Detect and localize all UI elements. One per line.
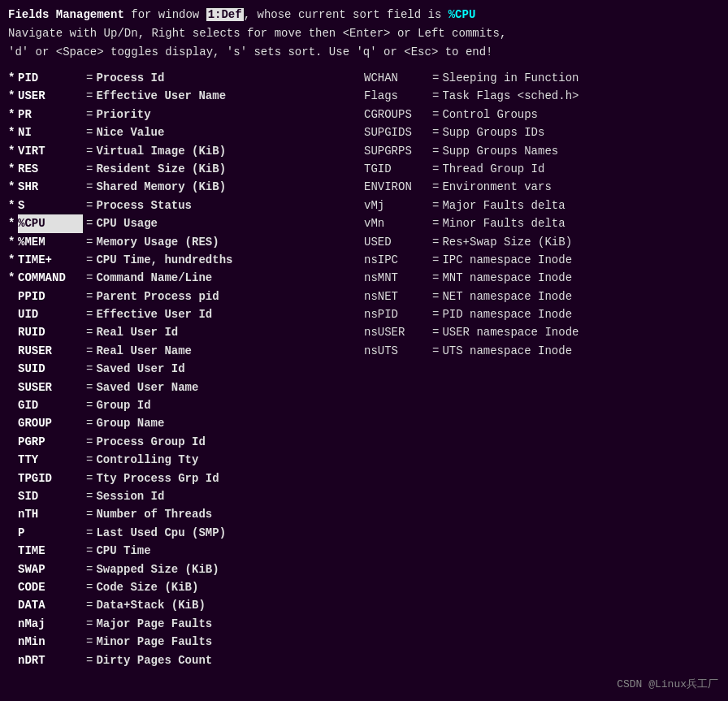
table-row: *TIME+ = CPU Time, hundredthsnsIPC = IPC… — [8, 251, 720, 269]
field-name: nMin — [18, 633, 83, 651]
right-field-desc: Thread Group Id — [442, 160, 544, 178]
table-row: *PR = PriorityCGROUPS = Control Groups — [8, 106, 720, 123]
right-field-name: SUPGIDS — [364, 123, 429, 141]
table-row: *S = Process StatusvMj = Major Faults de… — [8, 197, 720, 214]
field-name: GROUP — [18, 414, 83, 432]
field-desc: Controlling Tty — [96, 451, 198, 469]
table-row: SUID = Saved User Id — [8, 360, 720, 378]
table-row: *VIRT = Virtual Image (KiB)SUPGRPS = Sup… — [8, 142, 720, 160]
field-name: TPGID — [18, 469, 83, 487]
active-star: * — [8, 160, 18, 178]
field-desc: Resident Size (KiB) — [96, 160, 226, 178]
right-field-name: nsIPC — [364, 251, 429, 269]
right-field-desc: Major Faults delta — [442, 197, 565, 214]
active-star: * — [8, 197, 18, 214]
field-name: SID — [18, 487, 83, 505]
table-row: GROUP = Group Name — [8, 414, 720, 432]
terminal-window: Fields Management for window 1:Def, whos… — [0, 0, 728, 701]
field-name: PR — [18, 106, 83, 123]
table-row: *SHR = Shared Memory (KiB)ENVIRON = Envi… — [8, 178, 720, 196]
field-name: PPID — [18, 288, 83, 305]
field-name: USER — [18, 87, 83, 105]
right-field-desc: Supp Groups IDs — [442, 123, 544, 141]
active-star: * — [8, 233, 18, 251]
field-name: nDRT — [18, 651, 83, 669]
right-field-desc: Supp Groups Names — [442, 142, 558, 160]
field-desc: Data+Stack (KiB) — [96, 596, 205, 614]
field-name: CODE — [18, 578, 83, 596]
right-field-name: nsUSER — [364, 323, 429, 341]
field-name: GID — [18, 396, 83, 414]
field-name: %MEM — [18, 233, 83, 251]
sort-field: %CPU — [448, 8, 476, 21]
active-star: * — [8, 87, 18, 105]
right-field-name: vMn — [364, 214, 429, 232]
header-line-1: Fields Management for window 1:Def, whos… — [8, 6, 720, 24]
window-id: 1:Def — [206, 8, 244, 21]
right-field-name: USED — [364, 233, 429, 251]
header-title: Fields Management — [8, 8, 124, 21]
table-row: *%MEM = Memory Usage (RES)USED = Res+Swa… — [8, 233, 720, 251]
table-row: TTY = Controlling Tty — [8, 451, 720, 469]
field-desc: Real User Name — [96, 342, 192, 360]
table-row: SID = Session Id — [8, 487, 720, 505]
field-desc: Priority — [96, 106, 150, 123]
table-row: SWAP = Swapped Size (KiB) — [8, 560, 720, 578]
right-field-name: nsPID — [364, 305, 429, 323]
field-name: NI — [18, 123, 83, 141]
field-desc: Saved User Name — [96, 379, 198, 396]
table-row: PPID = Parent Process pidnsNET = NET nam… — [8, 288, 720, 305]
right-field-name: nsUTS — [364, 342, 429, 360]
table-row: DATA = Data+Stack (KiB) — [8, 596, 720, 614]
field-desc: Memory Usage (RES) — [96, 233, 219, 251]
field-desc: Process Status — [96, 197, 192, 214]
table-row: *NI = Nice ValueSUPGIDS = Supp Groups ID… — [8, 123, 720, 141]
active-star: * — [8, 69, 18, 87]
field-desc: Number of Threads — [96, 505, 212, 523]
table-row: nTH = Number of Threads — [8, 505, 720, 523]
field-name: DATA — [18, 596, 83, 614]
field-desc: Dirty Pages Count — [96, 651, 212, 669]
active-star: * — [8, 214, 18, 232]
table-row: *PID = Process IdWCHAN = Sleeping in Fun… — [8, 69, 720, 87]
field-desc: Tty Process Grp Id — [96, 469, 219, 487]
header-line-2: Navigate with Up/Dn, Right selects for m… — [8, 25, 720, 42]
field-name: TTY — [18, 451, 83, 469]
table-row: RUSER = Real User NamensUTS = UTS namesp… — [8, 342, 720, 360]
field-desc: Nice Value — [96, 123, 164, 141]
field-name: SWAP — [18, 560, 83, 578]
right-field-desc: Minor Faults delta — [442, 214, 565, 232]
field-desc: Shared Memory (KiB) — [96, 178, 226, 196]
field-desc: Process Id — [96, 69, 164, 87]
field-name: RES — [18, 160, 83, 178]
table-row: PGRP = Process Group Id — [8, 433, 720, 451]
right-field-desc: Task Flags <sched.h> — [442, 87, 578, 105]
field-desc: CPU Time — [96, 542, 150, 560]
field-name: RUID — [18, 323, 83, 341]
field-name: PID — [18, 69, 83, 87]
table-row: TPGID = Tty Process Grp Id — [8, 469, 720, 487]
right-field-desc: MNT namespace Inode — [442, 269, 572, 287]
table-row: *RES = Resident Size (KiB)TGID = Thread … — [8, 160, 720, 178]
right-field-name: WCHAN — [364, 69, 429, 87]
field-name: SUID — [18, 360, 83, 378]
field-name: UID — [18, 305, 83, 323]
right-field-desc: NET namespace Inode — [442, 288, 572, 305]
field-desc: Session Id — [96, 487, 164, 505]
active-star: * — [8, 106, 18, 123]
field-name: RUSER — [18, 342, 83, 360]
field-name: P — [18, 524, 83, 542]
fields-table: *PID = Process IdWCHAN = Sleeping in Fun… — [8, 69, 720, 669]
field-desc: Swapped Size (KiB) — [96, 560, 219, 578]
table-row: RUID = Real User IdnsUSER = USER namespa… — [8, 323, 720, 341]
field-desc: Group Name — [96, 414, 164, 432]
active-star: * — [8, 269, 18, 287]
watermark: CSDN @Linux兵工厂 — [617, 677, 718, 691]
table-row: nMaj = Major Page Faults — [8, 615, 720, 633]
field-name: SUSER — [18, 379, 83, 396]
table-row: *USER = Effective User NameFlags = Task … — [8, 87, 720, 105]
right-field-name: TGID — [364, 160, 429, 178]
table-row: CODE = Code Size (KiB) — [8, 578, 720, 596]
field-desc: Last Used Cpu (SMP) — [96, 524, 226, 542]
right-field-name: SUPGRPS — [364, 142, 429, 160]
